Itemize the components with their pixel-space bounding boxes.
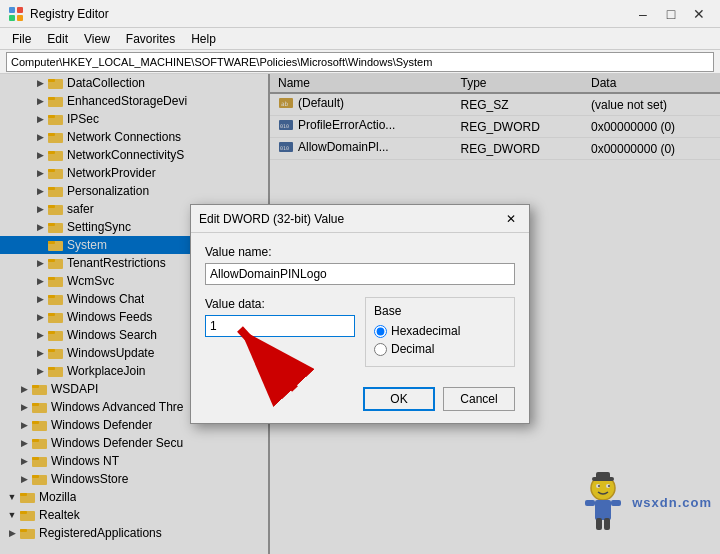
app-icon — [8, 6, 24, 22]
decimal-label: Decimal — [391, 342, 434, 356]
menu-edit[interactable]: Edit — [39, 30, 76, 48]
menu-bar: File Edit View Favorites Help — [0, 28, 720, 50]
maximize-button[interactable]: □ — [658, 4, 684, 24]
dialog-title-bar: Edit DWORD (32-bit) Value ✕ — [191, 205, 529, 233]
edit-dword-dialog: Edit DWORD (32-bit) Value ✕ Value name: … — [190, 204, 530, 424]
address-bar — [0, 50, 720, 74]
value-data-input[interactable] — [205, 315, 355, 337]
svg-rect-0 — [9, 7, 15, 13]
dialog-data-row: Value data: Base Hexadecimal Decimal — [205, 297, 515, 367]
address-input[interactable] — [6, 52, 714, 72]
hexadecimal-radio[interactable] — [374, 325, 387, 338]
base-label: Base — [374, 304, 506, 318]
hexadecimal-option[interactable]: Hexadecimal — [374, 324, 506, 338]
menu-favorites[interactable]: Favorites — [118, 30, 183, 48]
dialog-content: Value name: Value data: Base Hexadecimal — [191, 233, 529, 379]
close-button[interactable]: ✕ — [686, 4, 712, 24]
decimal-radio[interactable] — [374, 343, 387, 356]
dialog-title: Edit DWORD (32-bit) Value — [199, 212, 501, 226]
dialog-close-button[interactable]: ✕ — [501, 210, 521, 228]
hexadecimal-label: Hexadecimal — [391, 324, 460, 338]
svg-rect-2 — [9, 15, 15, 21]
base-group: Base Hexadecimal Decimal — [365, 297, 515, 367]
menu-view[interactable]: View — [76, 30, 118, 48]
svg-rect-1 — [17, 7, 23, 13]
ok-button[interactable]: OK — [363, 387, 435, 411]
value-name-label: Value name: — [205, 245, 515, 259]
window-controls: – □ ✕ — [630, 4, 712, 24]
dialog-buttons: OK Cancel — [191, 379, 529, 423]
title-bar: Registry Editor – □ ✕ — [0, 0, 720, 28]
dialog-overlay: Edit DWORD (32-bit) Value ✕ Value name: … — [0, 74, 720, 554]
value-data-label: Value data: — [205, 297, 355, 311]
window-title: Registry Editor — [30, 7, 630, 21]
svg-rect-3 — [17, 15, 23, 21]
menu-file[interactable]: File — [4, 30, 39, 48]
decimal-option[interactable]: Decimal — [374, 342, 506, 356]
value-name-input[interactable] — [205, 263, 515, 285]
menu-help[interactable]: Help — [183, 30, 224, 48]
main-area: ▶ DataCollection ▶ EnhancedStorageDevi ▶… — [0, 74, 720, 554]
value-data-section: Value data: — [205, 297, 355, 337]
minimize-button[interactable]: – — [630, 4, 656, 24]
cancel-button[interactable]: Cancel — [443, 387, 515, 411]
